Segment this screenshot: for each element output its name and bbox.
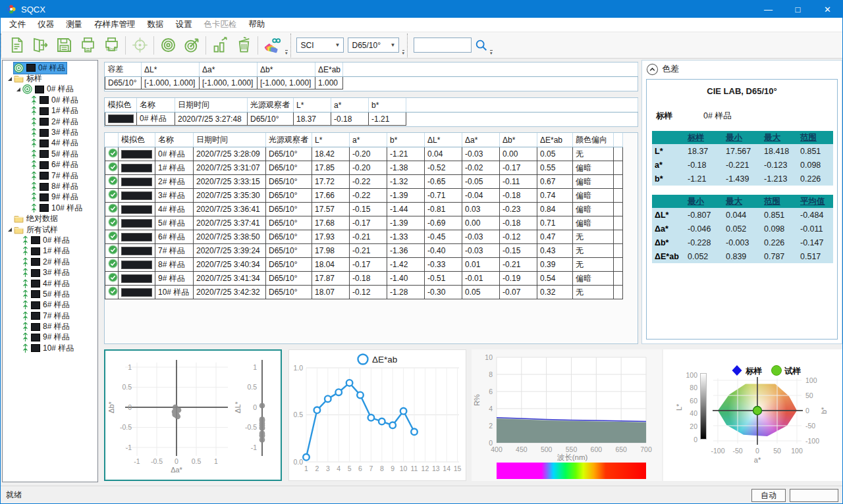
col-header[interactable]: ΔE*ab	[315, 63, 343, 77]
sample-b[interactable]: -1.32	[387, 175, 425, 189]
menu-item-0[interactable]: 文件	[3, 17, 32, 32]
sample-datetime[interactable]: 2020/7/25 3:36:41	[194, 203, 266, 216]
sample-illuminant[interactable]: D65/10°	[266, 203, 312, 216]
table-row[interactable]: 1# 样品2020/7/25 3:31:07D65/10°17.85-0.20-…	[105, 161, 623, 175]
sample-dL[interactable]: -0.69	[425, 216, 462, 230]
sample-illuminant[interactable]: D65/10°	[266, 272, 312, 286]
sample-datetime[interactable]: 2020/7/25 3:37:41	[194, 216, 266, 230]
col-header[interactable]: Δb*	[258, 63, 315, 77]
col-header[interactable]: L*	[294, 98, 331, 113]
sample-a[interactable]: -0.17	[350, 258, 387, 272]
sample-illuminant[interactable]: D65/10°	[266, 286, 312, 299]
sample-dL[interactable]: -0.45	[425, 230, 462, 244]
col-header[interactable]: ΔL*	[142, 63, 200, 77]
sample-dE[interactable]: 0.05	[537, 147, 573, 161]
sample-name[interactable]: 3# 样品	[155, 189, 194, 203]
sample-da[interactable]: -0.03	[462, 244, 500, 258]
measurement-mode-select[interactable]: SCI▼	[296, 38, 344, 53]
sample-a[interactable]: -0.20	[350, 161, 387, 175]
sample-illuminant[interactable]: D65/10°	[266, 147, 312, 161]
col-header[interactable]: 光源观察者	[266, 133, 312, 147]
tree-item[interactable]: 所有试样	[3, 224, 97, 235]
illuminant-observer-select[interactable]: D65/10°▼	[348, 38, 399, 53]
sample-a[interactable]: -0.21	[350, 244, 387, 258]
menu-item-1[interactable]: 仪器	[32, 17, 60, 32]
table-row[interactable]: 2# 样品2020/7/25 3:33:15D65/10°17.72-0.22-…	[105, 175, 623, 189]
sample-color-bias[interactable]: 无	[573, 286, 614, 299]
standard-a[interactable]: -0.18	[331, 113, 369, 126]
table-row[interactable]: 0# 样品2020/7/25 3:28:09D65/10°18.42-0.20-…	[105, 147, 623, 161]
sample-b[interactable]: -1.38	[387, 161, 425, 175]
tree-item[interactable]: 0# 样品	[3, 84, 97, 95]
sample-datetime[interactable]: 2020/7/25 3:42:32	[194, 286, 266, 299]
sample-db[interactable]: -0.21	[500, 258, 537, 272]
tree-item[interactable]: 9# 样品	[3, 332, 97, 343]
sample-L[interactable]: 17.68	[312, 216, 350, 230]
sample-name[interactable]: 8# 样品	[155, 258, 194, 272]
tree-item[interactable]: 4# 样品	[3, 278, 97, 289]
col-header[interactable]: 模拟色	[105, 98, 137, 113]
sample-b[interactable]: -1.33	[387, 230, 425, 244]
col-header[interactable]: b*	[369, 98, 406, 113]
menu-item-2[interactable]: 测量	[60, 17, 88, 32]
tolerance-row[interactable]: D65/10° [-1.000, 1.000] [-1.000, 1.000] …	[105, 77, 638, 89]
sample-da[interactable]: -0.05	[462, 175, 500, 189]
col-header[interactable]: 日期时间	[175, 98, 248, 113]
sample-color-bias[interactable]: 偏暗	[573, 216, 614, 230]
sample-dE[interactable]: 0.39	[537, 258, 573, 272]
sample-datetime[interactable]: 2020/7/25 3:35:30	[194, 189, 266, 203]
sample-da[interactable]: -0.03	[462, 230, 500, 244]
sample-color-bias[interactable]: 偏暗	[573, 161, 614, 175]
measure-target-button[interactable]	[180, 34, 204, 57]
col-header[interactable]: 模拟色	[119, 133, 155, 147]
export-word-button[interactable]: Word	[99, 34, 123, 57]
col-header[interactable]: ΔL*	[425, 133, 462, 147]
sample-dL[interactable]: -0.33	[425, 258, 462, 272]
sample-db[interactable]: -0.18	[500, 216, 537, 230]
toolbar-overflow-button[interactable]: ▾	[285, 50, 288, 55]
sample-a[interactable]: -0.22	[350, 189, 387, 203]
sample-illuminant[interactable]: D65/10°	[266, 258, 312, 272]
table-row[interactable]: 6# 样品2020/7/25 3:38:50D65/10°17.93-0.21-…	[105, 230, 623, 244]
sample-dE[interactable]: 0.71	[537, 216, 573, 230]
sample-da[interactable]: -0.02	[462, 161, 500, 175]
tree-item[interactable]: 9# 样品	[3, 192, 97, 203]
sample-da[interactable]: 0.00	[462, 216, 500, 230]
sample-da[interactable]: -0.04	[462, 189, 500, 203]
sample-datetime[interactable]: 2020/7/25 3:41:34	[194, 272, 266, 286]
tree-item[interactable]: 1# 样品	[3, 106, 97, 116]
table-row[interactable]: 7# 样品2020/7/25 3:39:24D65/10°17.98-0.21-…	[105, 244, 623, 258]
sample-a[interactable]: -0.21	[350, 230, 387, 244]
col-header[interactable]: a*	[331, 98, 369, 113]
sample-db[interactable]: -0.15	[500, 244, 537, 258]
tree-item[interactable]: 0# 样品	[3, 95, 97, 105]
sample-L[interactable]: 17.93	[312, 230, 350, 244]
standard-name[interactable]: 0# 样品	[137, 113, 175, 126]
sample-b[interactable]: -1.39	[387, 189, 425, 203]
menu-item-4[interactable]: 数据	[142, 17, 170, 32]
tree-item[interactable]: 6# 样品	[3, 160, 97, 170]
sample-b[interactable]: -1.44	[387, 203, 425, 216]
export-button[interactable]	[28, 34, 52, 57]
table-row[interactable]: 5# 样品2020/7/25 3:37:41D65/10°17.68-0.17-…	[105, 216, 623, 230]
tolerance-dL[interactable]: [-1.000, 1.000]	[142, 77, 200, 89]
standard-b[interactable]: -1.21	[369, 113, 406, 126]
sample-dL[interactable]: -0.65	[425, 175, 462, 189]
tree-item[interactable]: 1# 样品	[3, 246, 97, 257]
print-button[interactable]	[76, 34, 99, 57]
tolerance-illuminant[interactable]: D65/10°	[105, 77, 142, 89]
tree-item[interactable]: 6# 样品	[3, 300, 97, 311]
expand-arrow-icon[interactable]	[16, 87, 21, 92]
sample-a[interactable]: -0.20	[350, 147, 387, 161]
sample-dL[interactable]: -0.40	[425, 244, 462, 258]
sample-L[interactable]: 17.72	[312, 175, 350, 189]
tree-item[interactable]: 10# 样品	[3, 203, 97, 213]
sample-illuminant[interactable]: D65/10°	[266, 175, 312, 189]
table-row[interactable]: 3# 样品2020/7/25 3:35:30D65/10°17.66-0.22-…	[105, 189, 623, 203]
sample-color-bias[interactable]: 无	[573, 147, 614, 161]
tree-item[interactable]: 2# 样品	[3, 257, 97, 267]
collapse-panel-icon[interactable]	[646, 63, 659, 76]
search-icon[interactable]	[474, 38, 489, 53]
tree-item[interactable]: 标样	[3, 73, 97, 84]
calibration-button[interactable]	[156, 34, 180, 57]
